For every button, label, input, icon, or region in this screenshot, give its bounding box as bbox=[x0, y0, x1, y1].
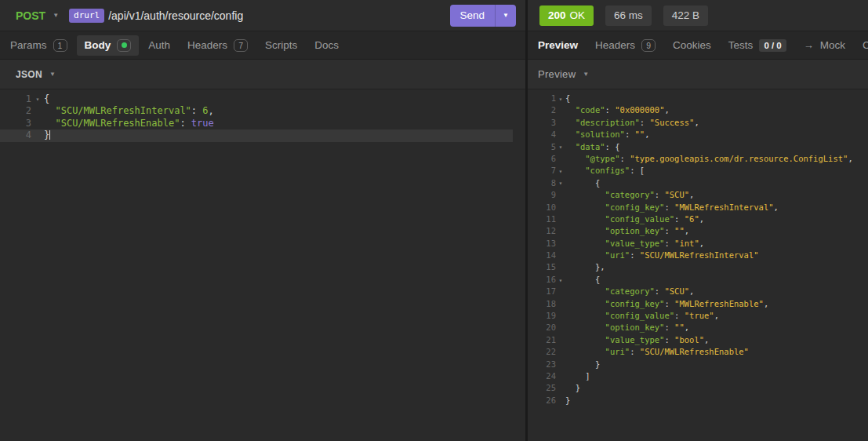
request-tab-scripts[interactable]: Scripts bbox=[257, 35, 305, 55]
code-line[interactable]: 3 "SCU/MWLRefreshEnable": true bbox=[0, 118, 513, 129]
code-line[interactable]: 14 "uri": "SCU/MWLRefreshInterval" bbox=[528, 250, 868, 262]
code-text[interactable]: } bbox=[44, 129, 50, 141]
code-text[interactable]: "SCU/MWLRefreshEnable": true bbox=[44, 118, 214, 129]
code-line[interactable]: 21 "value_type": "bool", bbox=[528, 335, 868, 347]
code-text[interactable]: { bbox=[565, 178, 600, 190]
code-text[interactable]: "config_key": "MWLRefreshEnable", bbox=[565, 299, 768, 311]
code-text[interactable]: "SCU/MWLRefreshInterval": 6, bbox=[44, 105, 214, 117]
chevron-down-icon[interactable]: ▼ bbox=[583, 71, 589, 78]
code-line[interactable]: 2 "SCU/MWLRefreshInterval": 6, bbox=[0, 105, 513, 117]
code-line[interactable]: 6 "@type": "type.googleapis.com/dr.resou… bbox=[528, 154, 868, 166]
json-punctuation: { bbox=[565, 93, 570, 103]
response-tab-headers[interactable]: Headers9 bbox=[587, 35, 663, 56]
code-line[interactable]: 24 ] bbox=[528, 371, 868, 383]
code-line[interactable]: 4} bbox=[0, 129, 513, 141]
code-line[interactable]: 13 "value_type": "int", bbox=[528, 239, 868, 250]
code-text[interactable]: { bbox=[44, 93, 49, 105]
code-text[interactable]: "config_key": "MWLRefreshInterval", bbox=[565, 202, 779, 214]
url-input[interactable]: drurl /api/v1/auth/resource/config bbox=[69, 9, 450, 23]
code-text[interactable]: "uri": "SCU/MWLRefreshInterval" bbox=[565, 250, 759, 262]
code-line[interactable]: 20 "option_key": "", bbox=[528, 323, 868, 334]
code-text[interactable]: "data": { bbox=[565, 142, 620, 154]
code-text[interactable]: "config_value": "6", bbox=[565, 214, 704, 226]
code-text[interactable]: "code": "0x000000", bbox=[565, 105, 670, 117]
code-line[interactable]: 26} bbox=[528, 395, 868, 407]
code-line[interactable]: 8▾ { bbox=[528, 178, 868, 190]
code-text[interactable]: { bbox=[565, 275, 600, 286]
json-punctuation: : bbox=[664, 202, 674, 212]
code-text[interactable]: } bbox=[565, 359, 600, 371]
fold-column bbox=[556, 311, 565, 323]
code-line[interactable]: 1▾{ bbox=[0, 93, 513, 105]
code-text[interactable]: } bbox=[565, 383, 580, 395]
code-line[interactable]: 4 "solution": "", bbox=[528, 129, 868, 141]
code-line[interactable]: 7▾ "configs": [ bbox=[528, 166, 868, 177]
code-line[interactable]: 1▾{ bbox=[528, 93, 868, 105]
code-line[interactable]: 12 "option_key": "", bbox=[528, 226, 868, 238]
code-line[interactable]: 16▾ { bbox=[528, 275, 868, 286]
code-line[interactable]: 9 "category": "SCU", bbox=[528, 190, 868, 202]
json-key: "solution" bbox=[576, 129, 625, 139]
request-tab-params[interactable]: Params1 bbox=[2, 35, 75, 56]
request-tab-auth[interactable]: Auth bbox=[140, 35, 178, 55]
fold-toggle-icon[interactable]: ▾ bbox=[559, 180, 563, 187]
tab-count-badge: 1 bbox=[53, 39, 67, 52]
json-punctuation: : bbox=[620, 154, 630, 163]
tab-label: Scripts bbox=[265, 39, 297, 51]
code-text[interactable]: } bbox=[565, 395, 570, 407]
code-line[interactable]: 18 "config_key": "MWLRefreshEnable", bbox=[528, 299, 868, 311]
response-tab-tests[interactable]: Tests0 / 0 bbox=[721, 35, 794, 56]
code-line[interactable]: 17 "category": "SCU", bbox=[528, 286, 868, 298]
code-text[interactable]: "option_key": "", bbox=[565, 323, 689, 334]
fold-toggle-icon[interactable]: ▾ bbox=[559, 169, 563, 175]
code-text[interactable]: "description": "Success", bbox=[565, 118, 699, 129]
code-text[interactable]: "option_key": "", bbox=[565, 226, 689, 238]
response-body-viewer[interactable]: 1▾{2 "code": "0x000000",3 "description":… bbox=[528, 89, 868, 441]
fold-toggle-icon[interactable]: ▾ bbox=[559, 278, 563, 284]
code-text[interactable]: "value_type": "bool", bbox=[565, 335, 709, 347]
json-key: "code" bbox=[576, 105, 605, 115]
response-tab-console[interactable]: Console bbox=[855, 35, 868, 55]
response-tab-cookies[interactable]: Cookies bbox=[665, 35, 719, 55]
fold-toggle-icon[interactable]: ▾ bbox=[36, 97, 40, 103]
method-selector[interactable]: POST ▼ bbox=[16, 9, 59, 22]
code-line[interactable]: 2 "code": "0x000000", bbox=[528, 105, 868, 117]
code-text[interactable]: { bbox=[565, 93, 570, 105]
code-text[interactable]: "category": "SCU", bbox=[565, 190, 694, 202]
code-line[interactable]: 15 }, bbox=[528, 262, 868, 274]
code-text[interactable]: }, bbox=[565, 262, 605, 274]
code-text[interactable]: "category": "SCU", bbox=[565, 286, 694, 298]
code-line[interactable]: 10 "config_key": "MWLRefreshInterval", bbox=[528, 202, 868, 214]
code-text[interactable]: "configs": [ bbox=[565, 166, 645, 177]
tab-label: Headers bbox=[187, 39, 227, 51]
line-gutter: 14 bbox=[528, 250, 565, 262]
code-line[interactable]: 5▾ "data": { bbox=[528, 142, 868, 154]
code-line[interactable]: 25 } bbox=[528, 383, 868, 395]
code-line[interactable]: 19 "config_value": "true", bbox=[528, 311, 868, 323]
fold-toggle-icon[interactable]: ▾ bbox=[559, 144, 563, 151]
fold-toggle-icon[interactable]: ▾ bbox=[559, 97, 563, 103]
code-line[interactable]: 11 "config_value": "6", bbox=[528, 214, 868, 226]
code-line[interactable]: 3 "description": "Success", bbox=[528, 118, 868, 129]
line-number: 10 bbox=[528, 202, 556, 214]
response-tab-preview[interactable]: Preview bbox=[530, 35, 586, 55]
code-text[interactable]: "uri": "SCU/MWLRefreshEnable" bbox=[565, 347, 749, 359]
send-dropdown-icon[interactable]: ▼ bbox=[496, 13, 516, 19]
code-text[interactable]: "solution": "", bbox=[565, 129, 650, 141]
code-text[interactable]: ] bbox=[565, 371, 590, 383]
request-tab-headers[interactable]: Headers7 bbox=[180, 35, 256, 56]
request-tab-docs[interactable]: Docs bbox=[307, 35, 347, 55]
line-gutter: 21 bbox=[528, 335, 565, 347]
response-tab-mock[interactable]: →Mock bbox=[796, 35, 853, 55]
request-body-editor[interactable]: 1▾{2 "SCU/MWLRefreshInterval": 6,3 "SCU/… bbox=[0, 89, 525, 441]
code-text[interactable]: "value_type": "int", bbox=[565, 239, 704, 250]
fold-column bbox=[556, 250, 565, 262]
code-line[interactable]: 22 "uri": "SCU/MWLRefreshEnable" bbox=[528, 347, 868, 359]
send-button[interactable]: Send ▼ bbox=[450, 5, 516, 27]
request-tab-body[interactable]: Body bbox=[77, 35, 140, 56]
chevron-down-icon[interactable]: ▼ bbox=[49, 71, 56, 78]
code-text[interactable]: "@type": "type.googleapis.com/dr.resourc… bbox=[565, 154, 853, 166]
tab-label: Params bbox=[10, 39, 47, 51]
code-text[interactable]: "config_value": "true", bbox=[565, 311, 719, 323]
code-line[interactable]: 23 } bbox=[528, 359, 868, 371]
